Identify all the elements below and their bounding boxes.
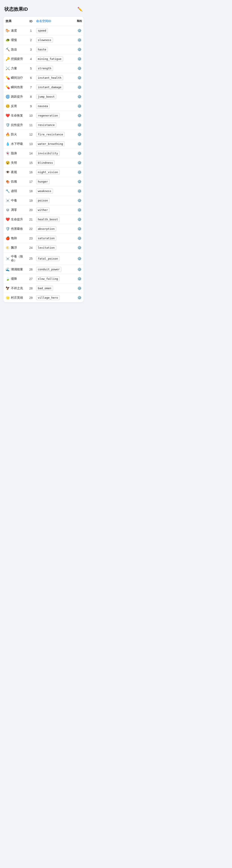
particle-icon: ⚙️ [77, 104, 82, 108]
namespace-cell: haste [35, 45, 76, 54]
id-cell: 8 [27, 92, 35, 101]
effect-name: 虚弱 [11, 189, 17, 193]
id-cell: 1 [27, 26, 35, 35]
effect-cell: 🔥防火 [3, 130, 27, 139]
namespace-cell: mining_fatigue [35, 54, 76, 64]
effect-icon: 🥴 [6, 104, 10, 108]
id-cell: 12 [27, 130, 35, 139]
effect-name: 失明 [11, 161, 17, 165]
particle-icon: ⚙️ [77, 29, 82, 32]
particle-icon: ⚙️ [77, 132, 82, 136]
id-cell: 16 [27, 167, 35, 177]
effect-name: 抗性提升 [11, 123, 23, 127]
namespace-cell: slowness [35, 35, 76, 45]
particle-icon: ⚙️ [77, 66, 82, 70]
table-row: 🌤️飘浮24levitation⚙️ [3, 243, 84, 252]
effect-icon: ⛏️ [6, 48, 10, 52]
namespace-value: saturation [36, 236, 56, 241]
effect-cell: 💊瞬间伤害 [3, 83, 27, 92]
namespace-cell: levitation [35, 243, 76, 252]
namespace-value: blindness [36, 160, 55, 165]
effect-name: 夜视 [11, 170, 17, 174]
namespace-cell: fire_resistance [35, 130, 76, 139]
particle-cell: ⚙️ [76, 252, 84, 265]
particle-icon: ⚙️ [77, 85, 82, 89]
table-container: 效果 ID 命名空间ID 颗粒 🐎速度1speed⚙️🐢缓慢2slowness⚙… [3, 17, 84, 302]
effect-name: 村庄英雄 [11, 296, 23, 300]
effect-cell: 👁️夜视 [3, 167, 27, 177]
effect-cell: 🔧虚弱 [3, 186, 27, 196]
namespace-value: instant_damage [36, 85, 63, 90]
effect-cell: 🛡️伤害吸收 [3, 224, 27, 234]
namespace-cell: night_vision [35, 167, 76, 177]
namespace-cell: absorption [35, 224, 76, 234]
namespace-cell: invisibility [35, 149, 76, 158]
effect-cell: 🛡️抗性提升 [3, 120, 27, 130]
table-row: 🔥防火12fire_resistance⚙️ [3, 130, 84, 139]
table-row: 🔑挖掘疲劳4mining_fatigue⚙️ [3, 54, 84, 64]
table-row: 🍃缓降27slow_falling⚙️ [3, 274, 84, 284]
namespace-value: health_boost [36, 217, 60, 222]
namespace-value: fatal_poison [36, 256, 60, 261]
table-row: 🐎速度1speed⚙️ [3, 26, 84, 35]
particle-icon: ⚙️ [77, 246, 82, 249]
id-cell: 2 [27, 35, 35, 45]
particle-icon: ⚙️ [77, 286, 82, 290]
effect-name: 饱和 [11, 237, 17, 240]
namespace-value: night_vision [36, 170, 60, 175]
table-row: 🔧虚弱18weakness⚙️ [3, 186, 84, 196]
particle-cell: ⚙️ [76, 26, 84, 35]
effect-cell: 😵失明 [3, 158, 27, 167]
table-row: 💊瞬间伤害7instant_damage⚙️ [3, 83, 84, 92]
table-row: ☠️中毒（致命）25fatal_poison⚙️ [3, 252, 84, 265]
id-cell: 11 [27, 120, 35, 130]
table-row: 💊瞬间治疗6instant_health⚙️ [3, 73, 84, 83]
effect-icon: ⚔️ [6, 66, 10, 70]
namespace-value: bad_omen [36, 286, 53, 291]
namespace-value: absorption [36, 226, 56, 231]
particle-icon: ⚙️ [77, 208, 82, 212]
particle-cell: ⚙️ [76, 130, 84, 139]
particle-icon: ⚙️ [77, 142, 82, 146]
effect-name: 缓降 [11, 277, 17, 281]
effect-icon: 💊 [6, 85, 10, 89]
particle-cell: ⚙️ [76, 196, 84, 205]
namespace-cell: hunger [35, 177, 76, 186]
namespace-value: poison [36, 198, 50, 203]
namespace-value: invisibility [36, 151, 60, 156]
table-row: ☠️中毒19poison⚙️ [3, 196, 84, 205]
effect-icon: 😵 [6, 161, 10, 165]
effect-icon: ❤️ [6, 217, 10, 221]
effect-cell: 🍎饱和 [3, 234, 27, 243]
table-row: 👁️夜视16night_vision⚙️ [3, 167, 84, 177]
namespace-cell: blindness [35, 158, 76, 167]
namespace-value: weakness [36, 189, 53, 193]
effect-name: 水下呼吸 [11, 142, 23, 146]
effect-icon: 🦅 [6, 286, 10, 290]
namespace-value: water_breathing [36, 142, 65, 146]
id-cell: 25 [27, 252, 35, 265]
effect-name: 瞬间伤害 [11, 85, 23, 89]
particle-cell: ⚙️ [76, 158, 84, 167]
effect-cell: 💧水下呼吸 [3, 139, 27, 149]
edit-icon[interactable]: ✏️ [77, 7, 83, 12]
effect-icon: ❤️ [6, 114, 10, 118]
particle-icon: ⚙️ [77, 277, 82, 281]
particle-cell: ⚙️ [76, 293, 84, 303]
effect-icon: 👻 [6, 151, 10, 155]
effect-icon: 🍃 [6, 277, 10, 281]
effect-name: 力量 [11, 66, 17, 70]
namespace-value: village_hero [36, 295, 60, 300]
particle-icon: ⚙️ [77, 38, 82, 42]
namespace-value: wither [36, 208, 50, 212]
particle-cell: ⚙️ [76, 83, 84, 92]
id-cell: 29 [27, 293, 35, 303]
effect-icon: 💧 [6, 142, 10, 146]
particle-cell: ⚙️ [76, 243, 84, 252]
namespace-value: conduit_power [36, 267, 61, 272]
effect-cell: 🍖饥饿 [3, 177, 27, 186]
effect-icon: ☠️ [6, 256, 10, 261]
namespace-value: slowness [36, 37, 53, 42]
particle-cell: ⚙️ [76, 111, 84, 120]
effect-cell: 🌊潮涌能量 [3, 265, 27, 274]
